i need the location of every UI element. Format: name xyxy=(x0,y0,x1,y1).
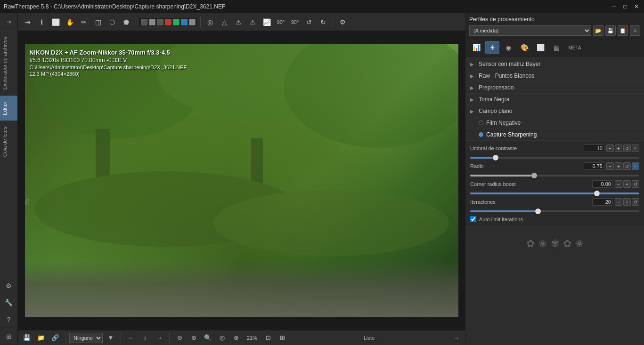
section-film-negative[interactable]: Film Negative xyxy=(465,117,644,129)
section-flat-field[interactable]: ▶ Campo plano xyxy=(465,105,644,117)
zoom-fit-btn[interactable]: 🔍 xyxy=(202,332,214,344)
section-capture-sharpening[interactable]: Capture Sharpening xyxy=(465,129,644,141)
toolbar-rot-cw-btn[interactable]: 90° xyxy=(288,16,302,29)
bottom-folder-btn[interactable]: 📁 xyxy=(35,332,47,344)
navigation-select[interactable]: Ninguno xyxy=(69,333,103,343)
corner-radius-value[interactable]: 0.00 xyxy=(592,180,613,188)
profile-clipboard-btn[interactable]: 📋 xyxy=(618,25,628,36)
radius-value[interactable]: 0.75 xyxy=(584,162,604,170)
auto-limit-label[interactable]: Auto limit iterations xyxy=(479,217,523,222)
sidebar-bottom-icon-2[interactable]: 🔧 xyxy=(0,294,17,311)
sidebar-item-editor[interactable]: Editor xyxy=(0,96,17,121)
toolbar-hand-btn[interactable]: ✋ xyxy=(63,16,76,29)
right-tab-effects[interactable]: ▦ xyxy=(549,41,563,54)
iterations-reset[interactable]: ↺ xyxy=(632,198,639,206)
maximize-button[interactable]: □ xyxy=(621,3,629,10)
bottom-right-btn[interactable]: → xyxy=(450,332,462,344)
sidebar-top-icon-1[interactable]: ⇥ xyxy=(0,13,17,30)
profile-menu-btn[interactable]: ≡ xyxy=(630,25,640,36)
toolbar-pencil-btn[interactable]: ✏ xyxy=(77,16,90,29)
iterations-minus[interactable]: − xyxy=(615,198,622,206)
zoom-fullscreen-btn[interactable]: ⊡ xyxy=(262,332,274,344)
contrast-threshold-auto[interactable]: ✓ xyxy=(632,144,639,152)
right-tab-color[interactable]: 🎨 xyxy=(517,41,531,54)
section-dark-frame[interactable]: ▶ Toma Negra xyxy=(465,94,644,105)
contrast-threshold-minus[interactable]: − xyxy=(606,144,614,152)
corner-radius-reset[interactable]: ↺ xyxy=(632,180,639,188)
sidebar-item-queue[interactable]: Cola de lotes xyxy=(0,120,17,162)
toolbar-alert-btn[interactable]: ⚠ xyxy=(246,16,259,29)
corner-radius-slider[interactable] xyxy=(470,193,639,194)
thumb-6[interactable] xyxy=(181,19,187,25)
iterations-plus[interactable]: + xyxy=(623,198,631,206)
sidebar-bottom-icon-3[interactable]: ? xyxy=(0,311,17,328)
radius-plus[interactable]: + xyxy=(615,162,622,170)
left-sidebar: ⇥ Explorador de archivos Editor Cola de … xyxy=(0,13,18,345)
toolbar-settings-btn[interactable]: ⚙ xyxy=(336,16,349,29)
thumb-3[interactable] xyxy=(157,19,163,25)
right-tab-transform[interactable]: ⬜ xyxy=(533,41,547,54)
sidebar-bottom-icon-4[interactable]: ⊞ xyxy=(0,328,17,345)
profile-open-btn[interactable]: 📂 xyxy=(593,25,603,36)
radius-auto[interactable]: ✓ xyxy=(632,162,639,170)
toolbar-triangle-btn[interactable]: △ xyxy=(218,16,231,29)
corner-radius-thumb[interactable] xyxy=(594,191,600,196)
iterations-thumb[interactable] xyxy=(535,209,541,214)
bottom-nav-down-btn[interactable]: ▼ xyxy=(105,332,117,344)
toolbar-flip-v-btn[interactable]: ↻ xyxy=(317,16,330,29)
radius-minus[interactable]: − xyxy=(606,162,614,170)
radius-thumb[interactable] xyxy=(531,173,537,178)
contrast-threshold-slider[interactable] xyxy=(470,157,639,159)
zoom-out-btn[interactable]: ⊖ xyxy=(173,332,186,344)
minimize-button[interactable]: ─ xyxy=(610,3,618,10)
auto-limit-checkbox[interactable] xyxy=(470,216,476,222)
sidebar-item-explorer[interactable]: Explorador de archivos xyxy=(0,31,17,96)
contrast-threshold-reset[interactable]: ↺ xyxy=(623,144,631,152)
zoom-reset-btn[interactable]: ⊕ xyxy=(230,332,242,344)
thumb-7[interactable] xyxy=(189,19,196,25)
toolbar-transform-btn[interactable]: ⬡ xyxy=(106,16,119,29)
section-preprocess[interactable]: ▶ Preprocesado xyxy=(465,82,644,94)
toolbar-warning-btn[interactable]: ⚠ xyxy=(232,16,245,29)
right-tab-meta[interactable]: META xyxy=(565,41,584,54)
bottom-save-btn[interactable]: 💾 xyxy=(21,332,33,344)
zoom-in-btn[interactable]: ⊕ xyxy=(187,332,200,344)
section-bayer[interactable]: ▶ Sensor con matriz Bayer xyxy=(465,58,644,70)
toolbar-rect-btn[interactable]: ◫ xyxy=(91,16,105,29)
bottom-link-btn[interactable]: 🔗 xyxy=(49,332,61,344)
section-raw-wb[interactable]: ▶ Raw - Puntos Blancos xyxy=(465,70,644,82)
contrast-threshold-value[interactable]: 10 xyxy=(584,144,604,152)
thumb-4[interactable] xyxy=(165,19,171,25)
corner-radius-plus[interactable]: + xyxy=(623,180,631,188)
contrast-threshold-plus[interactable]: + xyxy=(615,144,622,152)
radius-reset[interactable]: ↺ xyxy=(623,162,631,170)
toolbar-rot-ccw-btn[interactable]: 90° xyxy=(274,16,287,29)
zoom-100-btn[interactable]: ◎ xyxy=(216,332,228,344)
iterations-value[interactable]: 20 xyxy=(592,198,613,206)
right-tab-exposure[interactable]: ☀ xyxy=(485,41,499,54)
bottom-arrows-btn[interactable]: ↕ xyxy=(139,332,151,344)
toolbar-arrow-btn[interactable]: ⇥ xyxy=(21,16,34,29)
corner-radius-minus[interactable]: − xyxy=(615,180,622,188)
contrast-threshold-thumb[interactable] xyxy=(493,155,498,160)
sidebar-bottom-icon-1[interactable]: ⚙ xyxy=(0,277,17,294)
close-button[interactable]: ✕ xyxy=(633,3,640,10)
toolbar-flip-h-btn[interactable]: ↺ xyxy=(302,16,316,29)
right-tab-detail[interactable]: ◉ xyxy=(501,41,515,54)
thumb-2[interactable] xyxy=(149,19,155,25)
thumb-1[interactable] xyxy=(141,19,147,25)
bottom-prev-btn[interactable]: ← xyxy=(125,332,137,344)
zoom-grid-btn[interactable]: ⊞ xyxy=(276,332,288,344)
toolbar-circle-btn[interactable]: ◎ xyxy=(204,16,217,29)
profile-save-btn[interactable]: 💾 xyxy=(605,25,616,36)
toolbar-chart-btn[interactable]: 📈 xyxy=(260,16,273,29)
toolbar-filmstrip-btn[interactable]: ⬜ xyxy=(49,16,62,29)
toolbar-rotate-btn[interactable]: ⬟ xyxy=(120,16,133,29)
toolbar-info-btn[interactable]: ℹ xyxy=(35,16,48,29)
iterations-slider[interactable] xyxy=(470,210,639,212)
profile-select[interactable]: (A medida) xyxy=(469,25,591,36)
bottom-next-btn[interactable]: → xyxy=(153,332,165,344)
right-tab-raw[interactable]: 📊 xyxy=(469,41,483,54)
radius-slider[interactable] xyxy=(470,175,639,177)
thumb-5[interactable] xyxy=(173,19,179,25)
